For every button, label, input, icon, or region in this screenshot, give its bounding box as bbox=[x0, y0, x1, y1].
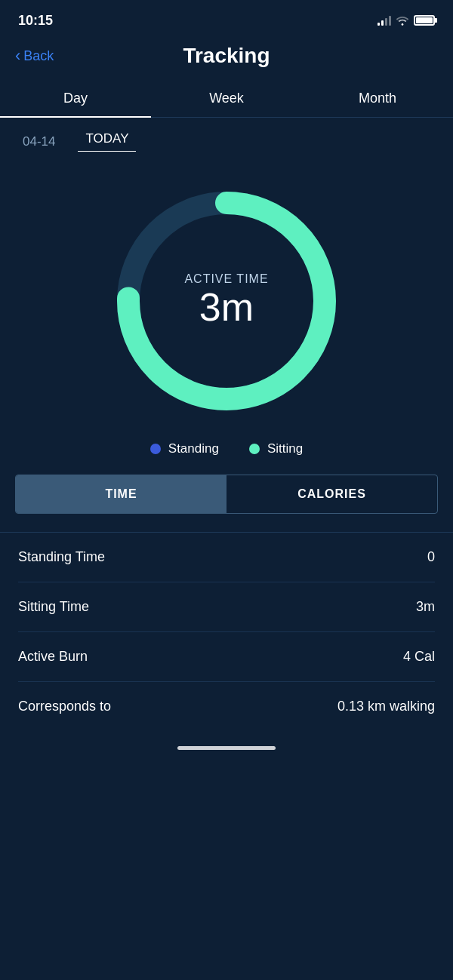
legend: Standing Sitting bbox=[0, 429, 453, 475]
active-burn-value: 4 Cal bbox=[403, 649, 435, 665]
tab-month[interactable]: Month bbox=[302, 80, 453, 117]
active-burn-label: Active Burn bbox=[18, 649, 88, 665]
stat-row-standing-time: Standing Time 0 bbox=[18, 533, 435, 582]
date-row: 04-14 TODAY bbox=[0, 118, 453, 165]
corresponds-to-label: Corresponds to bbox=[18, 699, 111, 714]
header: ‹ Back Tracking bbox=[0, 38, 453, 80]
battery-icon bbox=[414, 15, 435, 26]
status-bar: 10:15 bbox=[0, 0, 453, 38]
legend-sitting: Sitting bbox=[249, 441, 303, 456]
standing-dot-icon bbox=[150, 444, 161, 454]
home-indicator bbox=[0, 731, 453, 757]
stats-section: Standing Time 0 Sitting Time 3m Active B… bbox=[0, 533, 453, 731]
activity-ring: ACTIVE TIME 3m bbox=[113, 188, 340, 414]
tab-week[interactable]: Week bbox=[151, 80, 302, 117]
today-label: TODAY bbox=[78, 131, 136, 152]
sitting-time-label: Sitting Time bbox=[18, 599, 89, 615]
signal-icon bbox=[378, 15, 391, 26]
ring-center: ACTIVE TIME 3m bbox=[184, 272, 268, 329]
ring-value: 3m bbox=[184, 286, 268, 329]
ring-section: ACTIVE TIME 3m bbox=[0, 165, 453, 429]
standing-time-label: Standing Time bbox=[18, 549, 105, 565]
date-label: 04-14 bbox=[23, 134, 55, 149]
stat-row-corresponds-to: Corresponds to 0.13 km walking bbox=[18, 682, 435, 731]
ring-label: ACTIVE TIME bbox=[184, 272, 268, 286]
tabs-container: Day Week Month bbox=[0, 80, 453, 118]
home-bar bbox=[177, 746, 276, 750]
back-button[interactable]: ‹ Back bbox=[15, 48, 54, 64]
back-chevron-icon: ‹ bbox=[15, 48, 20, 64]
corresponds-to-value: 0.13 km walking bbox=[337, 699, 435, 714]
wifi-icon bbox=[396, 15, 409, 26]
tab-day[interactable]: Day bbox=[0, 80, 151, 117]
stat-row-active-burn: Active Burn 4 Cal bbox=[18, 632, 435, 682]
sitting-time-value: 3m bbox=[416, 599, 435, 615]
back-label: Back bbox=[23, 48, 54, 64]
status-time: 10:15 bbox=[18, 13, 53, 29]
page-title: Tracking bbox=[183, 44, 270, 68]
toggle-row: TIME CALORIES bbox=[15, 475, 438, 514]
legend-standing: Standing bbox=[150, 441, 219, 456]
time-toggle-button[interactable]: TIME bbox=[16, 475, 226, 513]
standing-time-value: 0 bbox=[427, 549, 435, 565]
sitting-label: Sitting bbox=[267, 441, 303, 456]
standing-label: Standing bbox=[168, 441, 219, 456]
calories-toggle-button[interactable]: CALORIES bbox=[226, 475, 437, 513]
status-icons bbox=[378, 15, 435, 26]
stat-row-sitting-time: Sitting Time 3m bbox=[18, 582, 435, 632]
sitting-dot-icon bbox=[249, 444, 260, 454]
